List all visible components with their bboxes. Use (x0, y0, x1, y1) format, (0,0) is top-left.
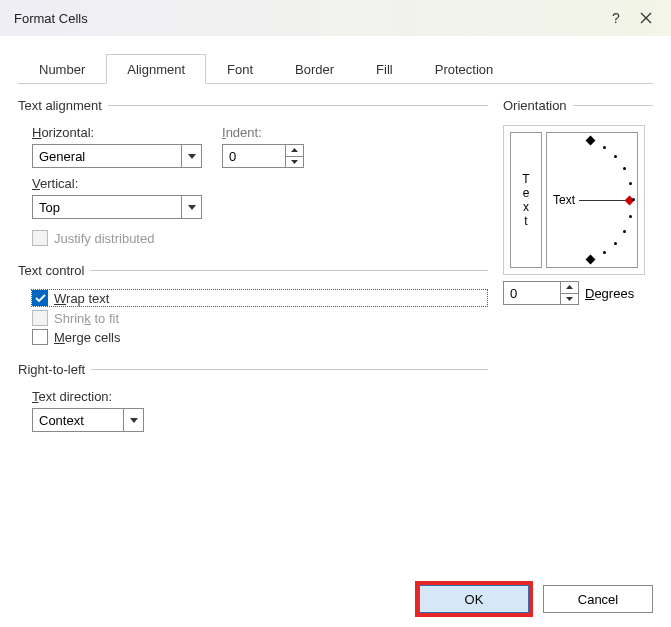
spin-down-icon[interactable] (561, 294, 578, 305)
spin-up-icon[interactable] (286, 145, 303, 157)
justify-distributed-checkbox: Justify distributed (32, 230, 488, 246)
chevron-down-icon (181, 145, 201, 167)
spin-down-icon[interactable] (286, 157, 303, 168)
checkbox-icon (32, 310, 48, 326)
dial-tick (586, 136, 596, 146)
dial-dot (623, 230, 626, 233)
checkbox-icon (32, 329, 48, 345)
horizontal-combo[interactable]: General (32, 144, 202, 168)
degrees-value: 0 (510, 286, 517, 301)
wrap-text-checkbox[interactable]: Wrap text (31, 289, 488, 307)
spin-up-icon[interactable] (561, 282, 578, 294)
close-button[interactable] (631, 3, 661, 33)
dial-dot (603, 146, 606, 149)
tab-bar: Number Alignment Font Border Fill Protec… (18, 54, 653, 84)
checkbox-checked-icon (32, 290, 48, 306)
text-direction-value: Context (39, 413, 84, 428)
dial-dot (614, 155, 617, 158)
tab-fill[interactable]: Fill (355, 54, 414, 83)
merge-cells-checkbox[interactable]: Merge cells (32, 329, 488, 345)
dialog-title: Format Cells (14, 11, 601, 26)
tab-border[interactable]: Border (274, 54, 355, 83)
dial-tick (586, 255, 596, 265)
dial-dot (629, 215, 632, 218)
tab-alignment[interactable]: Alignment (106, 54, 206, 84)
merge-cells-label: Merge cells (54, 330, 120, 345)
dialog-footer: OK Cancel (419, 585, 653, 613)
title-bar: Format Cells ? (0, 0, 671, 36)
orientation-dial[interactable]: Text (546, 132, 638, 268)
wrap-text-label: Wrap text (54, 291, 109, 306)
justify-distributed-label: Justify distributed (54, 231, 154, 246)
indent-label: Indent: (222, 125, 304, 140)
text-direction-combo[interactable]: Context (32, 408, 144, 432)
degrees-label: Degrees (585, 286, 634, 301)
indent-spinner[interactable]: 0 (222, 144, 304, 168)
dial-dot (614, 242, 617, 245)
help-button[interactable]: ? (601, 3, 631, 33)
tab-protection[interactable]: Protection (414, 54, 515, 83)
tab-number[interactable]: Number (18, 54, 106, 83)
cancel-button[interactable]: Cancel (543, 585, 653, 613)
dial-dot (623, 167, 626, 170)
rtl-group: Right-to-left Text direction: Context (18, 362, 488, 440)
vertical-value: Top (39, 200, 60, 215)
chevron-down-icon (123, 409, 143, 431)
tab-font[interactable]: Font (206, 54, 274, 83)
dial-dot (629, 182, 632, 185)
dial-dot (603, 251, 606, 254)
shrink-to-fit-checkbox: Shrink to fit (32, 310, 488, 326)
vertical-combo[interactable]: Top (32, 195, 202, 219)
degrees-spinner[interactable]: 0 (503, 281, 579, 305)
chevron-down-icon (181, 196, 201, 218)
group-label: Text control (18, 263, 90, 278)
text-control-group: Text control Wrap text Shrink to fit Mer… (18, 263, 488, 348)
orientation-control[interactable]: T e x t Text (503, 125, 645, 275)
shrink-to-fit-label: Shrink to fit (54, 311, 119, 326)
group-label: Right-to-left (18, 362, 91, 377)
vertical-text-button[interactable]: T e x t (510, 132, 542, 268)
dial-indicator (579, 200, 629, 201)
orientation-dial-label: Text (553, 193, 575, 207)
dial-dot (632, 198, 635, 201)
indent-value: 0 (229, 149, 236, 164)
text-direction-label: Text direction: (32, 389, 488, 404)
horizontal-label: Horizontal: (32, 125, 202, 140)
orientation-group: Orientation T e x t Text (503, 98, 653, 305)
group-label: Orientation (503, 98, 573, 113)
ok-button[interactable]: OK (419, 585, 529, 613)
text-alignment-group: Text alignment Horizontal: General Verti… (18, 98, 488, 249)
vertical-label: Vertical: (32, 176, 202, 191)
checkbox-icon (32, 230, 48, 246)
group-label: Text alignment (18, 98, 108, 113)
horizontal-value: General (39, 149, 85, 164)
